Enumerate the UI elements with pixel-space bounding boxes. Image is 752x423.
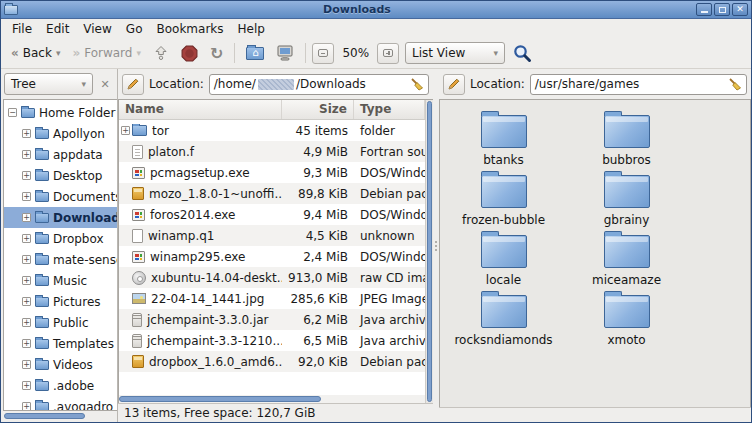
tree-item-desktop[interactable]: +Desktop	[4, 165, 117, 186]
tree-item-appdata[interactable]: +appdata	[4, 144, 117, 165]
sidebar-mode-select[interactable]: Tree ▾	[4, 73, 93, 95]
folder-item-miceamaze[interactable]: miceamaze	[565, 230, 688, 290]
column-header-size[interactable]: Size	[282, 100, 354, 119]
view-mode-select[interactable]: List View ▾	[405, 42, 505, 64]
file-row[interactable]: jchempaint-3.3.0.jar6,2 MiBJava archive	[119, 309, 425, 330]
tree-item-apollyon[interactable]: +Apollyon	[4, 123, 117, 144]
tree-item-avogadro[interactable]: +.avogadro	[4, 396, 117, 411]
expand-icon[interactable]: +	[121, 126, 130, 135]
edit-location-button[interactable]	[122, 74, 144, 95]
tree-item-mate-sensors[interactable]: +mate-sensors-	[4, 249, 117, 270]
tree-item-videos[interactable]: +Videos	[4, 354, 117, 375]
column-header-type[interactable]: Type	[354, 100, 425, 119]
menu-go[interactable]: Go	[119, 20, 150, 38]
folder-item-xmoto[interactable]: xmoto	[565, 290, 688, 350]
expand-icon[interactable]: +	[22, 360, 31, 369]
sidebar-horizontal-scrollbar[interactable]	[3, 412, 115, 421]
folder-item-rocksndiamonds[interactable]: rocksndiamonds	[442, 290, 565, 350]
tree-item-pictures[interactable]: +Pictures	[4, 291, 117, 312]
file-type: Debian package	[354, 187, 425, 201]
expand-icon[interactable]: +	[22, 192, 31, 201]
location-label: Location:	[149, 77, 204, 91]
tree-item-dropbox[interactable]: +Dropbox	[4, 228, 117, 249]
file-row[interactable]: mozo_1.8.0-1~unoffi...89,8 KiBDebian pac…	[119, 183, 425, 204]
search-button[interactable]	[507, 40, 537, 66]
file-row[interactable]: foros2014.exe9,4 MiBDOS/Windows ex	[119, 204, 425, 225]
tree-item-adobe[interactable]: +.adobe	[4, 375, 117, 396]
right-location-input[interactable]: /usr/share/games	[530, 74, 747, 95]
expand-icon[interactable]: +	[22, 255, 31, 264]
expand-icon[interactable]: +	[22, 381, 31, 390]
collapse-icon[interactable]: −	[8, 108, 17, 117]
expand-icon[interactable]: +	[22, 339, 31, 348]
right-status-bar	[439, 407, 751, 422]
close-button[interactable]: ✕	[732, 3, 748, 16]
tree-item-documents[interactable]: +Documents	[4, 186, 117, 207]
expand-icon[interactable]: +	[22, 276, 31, 285]
tree-item-music[interactable]: +Music	[4, 270, 117, 291]
file-size: 913,0 MiB	[282, 271, 354, 285]
folder-item-frozen-bubble[interactable]: frozen-bubble	[442, 170, 565, 230]
computer-button[interactable]	[271, 42, 299, 64]
column-header-name[interactable]: Name	[119, 100, 282, 119]
executable-file-icon	[132, 209, 145, 221]
zoom-out-button[interactable]	[312, 43, 334, 64]
expand-icon[interactable]: +	[22, 234, 31, 243]
stop-button[interactable]	[176, 42, 203, 65]
tree-item-home-folder[interactable]: −Home Folder	[4, 102, 117, 123]
tree-item-downloads[interactable]: +Downloads	[4, 207, 117, 228]
file-row[interactable]: pcmagsetup.exe9,3 MiBDOS/Windows ex	[119, 162, 425, 183]
expand-icon[interactable]: +	[22, 171, 31, 180]
sidebar-close-button[interactable]: ✕	[96, 75, 114, 93]
file-row[interactable]: jchempaint-3.3-1210...6,5 MiBJava archiv…	[119, 330, 425, 351]
menu-edit[interactable]: Edit	[39, 20, 76, 38]
file-row[interactable]: winamp295.exe2,4 MiBDOS/Windows ex	[119, 246, 425, 267]
clear-location-icon[interactable]	[410, 77, 424, 91]
file-row[interactable]: xubuntu-14.04-deskt...913,0 MiBraw CD im…	[119, 267, 425, 288]
title-bar[interactable]: Downloads ✕	[1, 1, 751, 19]
back-button[interactable]: « Back ▾	[6, 43, 65, 63]
file-row[interactable]: 22-04-14_1441.jpg285,6 KiBJPEG Image	[119, 288, 425, 309]
folder-item-gbrainy[interactable]: gbrainy	[565, 170, 688, 230]
expand-icon[interactable]: +	[22, 150, 31, 159]
scrollbar-thumb[interactable]	[119, 396, 321, 402]
scrollbar-thumb[interactable]	[4, 413, 85, 419]
file-row[interactable]: dropbox_1.6.0_amd6...92,0 KiBDebian pack…	[119, 351, 425, 372]
menu-help[interactable]: Help	[231, 20, 272, 38]
tree-item-templates[interactable]: +Templates	[4, 333, 117, 354]
reload-button[interactable]: ↻	[205, 41, 228, 66]
clear-location-icon[interactable]	[728, 77, 742, 91]
folder-item-locale[interactable]: locale	[442, 230, 565, 290]
forward-button[interactable]: » Forward ▾	[67, 43, 146, 63]
folder-item-bubbros[interactable]: bubbros	[565, 110, 688, 170]
minimize-button[interactable]	[696, 3, 712, 16]
home-button[interactable]: ⌂	[241, 44, 269, 63]
file-row[interactable]: winamp.q14,5 KiBunknown	[119, 225, 425, 246]
scrollbar-thumb[interactable]	[427, 101, 432, 402]
edit-location-button[interactable]	[443, 74, 465, 95]
menu-file[interactable]: File	[5, 20, 39, 38]
cd-image-icon	[132, 271, 146, 285]
folder-item-btanks[interactable]: btanks	[442, 110, 565, 170]
zoom-in-button[interactable]	[377, 43, 399, 64]
expand-icon[interactable]: +	[22, 402, 31, 411]
file-row[interactable]: platon.f4,9 MiBFortran source co	[119, 141, 425, 162]
tree-item-public[interactable]: +Public	[4, 312, 117, 333]
maximize-button[interactable]	[714, 3, 730, 16]
file-name: winamp.q1	[148, 229, 214, 243]
package-file-icon	[132, 187, 144, 200]
expand-icon[interactable]: +	[22, 129, 31, 138]
expand-icon[interactable]: +	[22, 213, 31, 222]
file-row[interactable]: +tor45 itemsfolder	[119, 120, 425, 141]
forward-history-dropdown-icon[interactable]: ▾	[136, 48, 141, 58]
menu-bookmarks[interactable]: Bookmarks	[149, 20, 230, 38]
left-location-input[interactable]: /home/ /Downloads	[209, 74, 429, 95]
tree-item-label: Public	[53, 316, 89, 330]
expand-icon[interactable]: +	[22, 297, 31, 306]
menu-view[interactable]: View	[76, 20, 118, 38]
list-vertical-scrollbar[interactable]	[425, 100, 433, 403]
expand-icon[interactable]: +	[22, 318, 31, 327]
back-history-dropdown-icon[interactable]: ▾	[56, 48, 61, 58]
go-up-button[interactable]	[148, 42, 174, 64]
list-horizontal-scrollbar[interactable]	[119, 395, 425, 403]
